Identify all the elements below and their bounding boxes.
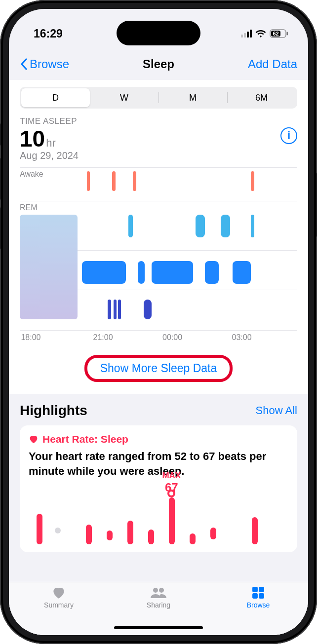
sleep-segment-deep (108, 300, 111, 319)
svg-rect-2 (287, 32, 288, 36)
info-icon: i (287, 129, 290, 142)
segment-day[interactable]: D (21, 88, 90, 107)
heart-rate-bar (37, 514, 42, 544)
sleep-segment-rem (196, 215, 205, 237)
segment-six-month[interactable]: 6M (227, 88, 296, 107)
sleep-segment-deep (118, 300, 121, 319)
sleep-segment-rem (128, 215, 133, 237)
status-time: 16:29 (34, 27, 63, 40)
sleep-segment-rem (221, 215, 230, 237)
svg-rect-6 (252, 587, 258, 592)
heart-rate-tag: Heart Rate: Sleep (42, 433, 128, 445)
heart-rate-description: Your heart rate ranged from 52 to 67 bea… (29, 449, 288, 478)
sleep-segment-deep (144, 300, 152, 319)
tutorial-highlight: Show More Sleep Data (84, 355, 233, 382)
sleep-segment-awake (87, 171, 90, 191)
tab-browse[interactable]: Browse (208, 586, 308, 635)
svg-rect-7 (259, 587, 264, 592)
heart-rate-bar (190, 533, 196, 544)
grid-icon (251, 586, 265, 599)
highlights-title: Highlights (20, 403, 87, 418)
status-right: 62 (241, 29, 288, 38)
heart-rate-chart: MAX67 (29, 485, 288, 544)
sleep-segment-core (138, 261, 145, 284)
sleep-segment-core (233, 261, 251, 284)
heart-rate-bar (127, 521, 133, 544)
device-frame: 16:29 62 Browse (0, 0, 317, 644)
x-tick: 21:00 (93, 333, 113, 342)
max-label: MAX (162, 471, 181, 481)
sleep-segment-core (152, 261, 193, 284)
heart-rate-bar (86, 525, 92, 544)
heart-rate-bar (210, 528, 216, 539)
home-indicator[interactable] (114, 626, 203, 629)
heart-rate-bar (55, 528, 61, 533)
show-all-link[interactable]: Show All (256, 404, 297, 417)
people-icon (150, 586, 167, 599)
heart-rate-card[interactable]: Heart Rate: Sleep Your heart rate ranged… (20, 425, 297, 552)
tab-label: Browse (247, 601, 270, 609)
sleep-plot-area (20, 167, 297, 330)
show-more-sleep-data-button[interactable]: Show More Sleep Data (92, 359, 225, 378)
volume-down-button (0, 207, 1, 249)
heart-rate-bar (107, 530, 113, 540)
max-marker-dot (167, 490, 175, 497)
sleep-stages-chart[interactable]: Awake REM Core Deep 18:00 21:00 00:00 03… (20, 167, 297, 345)
info-button[interactable]: i (280, 127, 297, 144)
svg-text:62: 62 (273, 31, 278, 37)
heart-icon (51, 586, 66, 599)
summary-date: Aug 29, 2024 (20, 150, 79, 161)
x-tick: 18:00 (21, 333, 40, 342)
segment-week[interactable]: W (90, 88, 158, 107)
x-tick: 00:00 (162, 333, 182, 342)
svg-point-5 (159, 588, 164, 593)
tab-label: Sharing (147, 601, 170, 609)
svg-rect-8 (252, 593, 258, 599)
cellular-icon (241, 30, 252, 38)
nav-bar: Browse Sleep Add Data (9, 48, 308, 80)
add-data-button[interactable]: Add Data (248, 57, 297, 71)
volume-up-button (0, 158, 1, 200)
chevron-left-icon (20, 58, 28, 70)
sleep-segment-awake (251, 171, 254, 191)
svg-point-4 (153, 588, 158, 593)
segment-month[interactable]: M (158, 88, 227, 107)
sleep-segment-rem (251, 215, 254, 237)
value-number: 10 (20, 126, 45, 152)
x-tick: 03:00 (232, 333, 252, 342)
back-button[interactable]: Browse (20, 57, 69, 71)
dynamic-island (117, 21, 200, 45)
time-asleep-value: 10hr (20, 127, 79, 150)
time-range-segmented-control[interactable]: D W M 6M (20, 87, 297, 109)
content: D W M 6M TIME ASLEEP 10hr Aug 29, 2024 i (9, 80, 308, 635)
sleep-segment-core (205, 261, 219, 284)
heart-rate-bar (169, 497, 175, 544)
heart-icon (29, 435, 39, 444)
summary-block: TIME ASLEEP 10hr Aug 29, 2024 (20, 116, 79, 161)
back-label: Browse (30, 57, 69, 71)
svg-rect-9 (259, 593, 264, 599)
sleep-segment-deep (114, 300, 117, 319)
heart-rate-bar (252, 517, 258, 544)
sleep-segment-awake (133, 171, 136, 191)
side-button (0, 123, 1, 146)
wifi-icon (255, 29, 267, 38)
sleep-segment-awake (112, 171, 115, 191)
tab-summary[interactable]: Summary (9, 586, 109, 635)
tab-label: Summary (44, 601, 74, 609)
battery-icon: 62 (270, 29, 288, 38)
section-caption: TIME ASLEEP (20, 116, 79, 126)
value-unit: hr (46, 137, 56, 149)
sleep-segment-core (82, 261, 126, 284)
heart-rate-bar (148, 530, 154, 544)
screen: 16:29 62 Browse (9, 9, 308, 635)
